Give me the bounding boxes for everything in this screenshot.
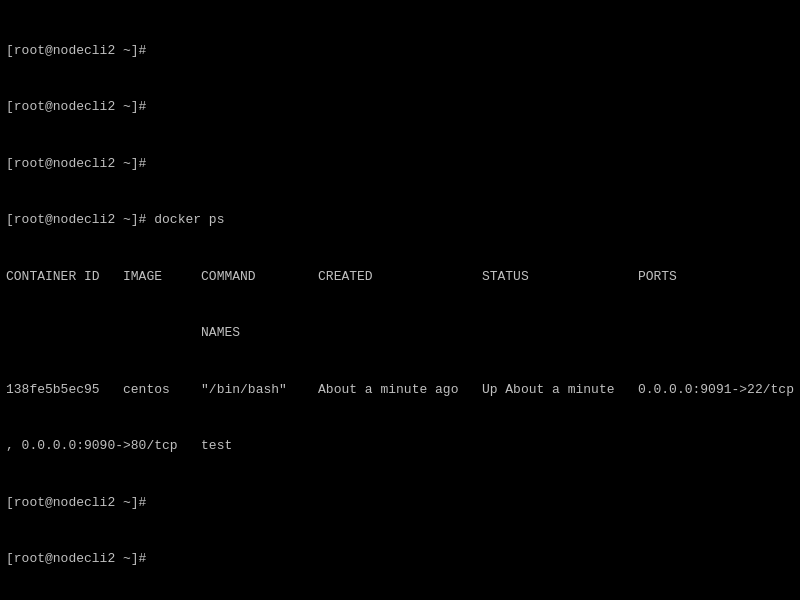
terminal-window[interactable]: [root@nodecli2 ~]# [root@nodecli2 ~]# [r… xyxy=(0,0,800,600)
terminal-line-2: [root@nodecli2 ~]# xyxy=(6,98,794,117)
terminal-line-3: [root@nodecli2 ~]# xyxy=(6,155,794,174)
terminal-line-4: [root@nodecli2 ~]# docker ps xyxy=(6,211,794,230)
terminal-line-1: [root@nodecli2 ~]# xyxy=(6,42,794,61)
terminal-line-ports: , 0.0.0.0:9090->80/tcp test xyxy=(6,437,794,456)
terminal-line-6: [root@nodecli2 ~]# xyxy=(6,550,794,569)
terminal-line-header: CONTAINER ID IMAGE COMMAND CREATED STATU… xyxy=(6,268,794,287)
terminal-line-container: 138fe5b5ec95 centos "/bin/bash" About a … xyxy=(6,381,794,400)
terminal-line-5: [root@nodecli2 ~]# xyxy=(6,494,794,513)
terminal-line-header2: NAMES xyxy=(6,324,794,343)
